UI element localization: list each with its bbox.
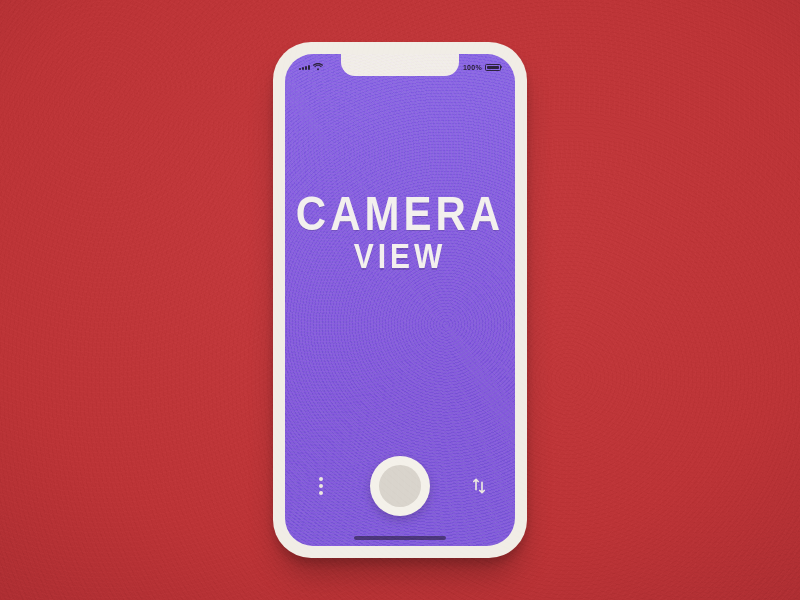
shutter-icon [379, 465, 421, 507]
phone-screen: 100% CAMERA VIEW [285, 54, 515, 546]
app-mockup-stage: 100% CAMERA VIEW [0, 0, 800, 600]
status-right: 100% [463, 64, 501, 71]
status-bar: 100% [285, 58, 515, 76]
status-left [299, 63, 323, 71]
shutter-button[interactable] [370, 456, 430, 516]
phone-frame: 100% CAMERA VIEW [273, 42, 527, 558]
battery-percent: 100% [463, 64, 482, 71]
swap-vertical-icon [470, 477, 488, 495]
camera-view-title: CAMERA VIEW [285, 192, 515, 274]
home-indicator[interactable] [354, 536, 446, 540]
title-line-2: VIEW [285, 237, 515, 276]
swap-camera-button[interactable] [467, 474, 491, 498]
more-vertical-icon [319, 477, 323, 495]
battery-icon [485, 64, 501, 71]
cellular-signal-icon [299, 65, 310, 70]
more-options-button[interactable] [309, 474, 333, 498]
camera-controls [285, 446, 515, 526]
wifi-icon [313, 63, 323, 71]
title-line-1: CAMERA [285, 188, 515, 239]
